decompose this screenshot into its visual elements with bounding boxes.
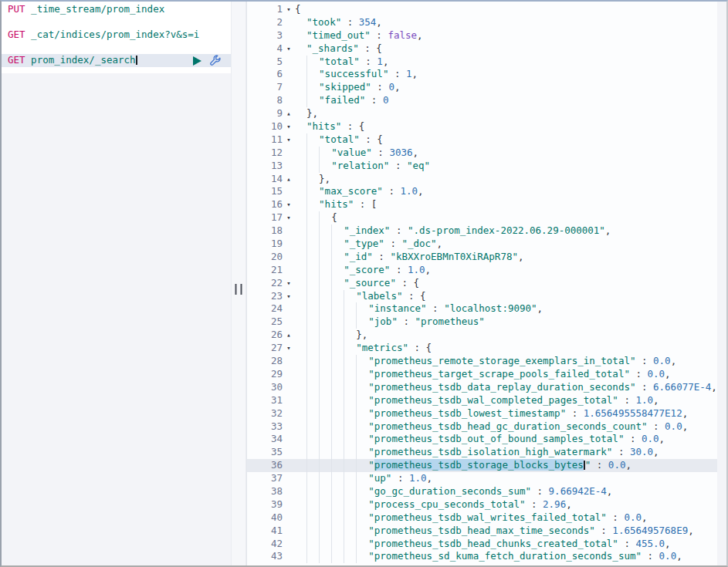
response-line[interactable]: 2"took" : 354, bbox=[247, 16, 726, 29]
code-content[interactable]: "prometheus_target_scrape_pools_failed_t… bbox=[295, 368, 726, 381]
response-line[interactable]: 41"prometheus_tsdb_head_max_time_seconds… bbox=[247, 525, 726, 538]
code-content[interactable]: "successful" : 1, bbox=[295, 68, 726, 81]
code-content[interactable]: "_source" : { bbox=[295, 277, 726, 290]
code-content[interactable]: "relation" : "eq" bbox=[295, 160, 726, 173]
fold-open-icon[interactable]: ▾ bbox=[283, 3, 295, 16]
code-content[interactable]: "hits" : { bbox=[295, 120, 726, 133]
code-content[interactable]: "instance" : "localhost:9090", bbox=[295, 302, 726, 316]
code-content[interactable]: "prometheus_tsdb_head_max_time_seconds" … bbox=[295, 525, 726, 538]
response-line[interactable]: 4▾"_shards" : { bbox=[247, 42, 726, 56]
response-line[interactable]: 21"_score" : 1.0, bbox=[247, 264, 726, 277]
response-lines[interactable]: 1▾{2"took" : 354,3"timed_out" : false,4▾… bbox=[247, 3, 726, 563]
response-line[interactable]: 39"process_cpu_seconds_total" : 2.96, bbox=[247, 498, 726, 511]
code-content[interactable]: "labels" : { bbox=[295, 290, 726, 303]
code-content[interactable]: "prometheus_tsdb_head_gc_duration_second… bbox=[295, 420, 726, 434]
code-content[interactable]: "timed_out" : false, bbox=[295, 29, 726, 42]
code-content[interactable]: "hits" : [ bbox=[295, 198, 726, 211]
code-content[interactable]: "_type" : "_doc", bbox=[295, 238, 726, 251]
request-row[interactable]: PUT _time_stream/prom_index bbox=[2, 3, 231, 16]
response-line[interactable]: 19"_type" : "_doc", bbox=[247, 238, 726, 251]
response-line[interactable]: 40"prometheus_tsdb_wal_writes_failed_tot… bbox=[247, 511, 726, 525]
code-content[interactable]: "skipped" : 0, bbox=[295, 81, 726, 94]
response-line[interactable]: 11▾"total" : { bbox=[247, 133, 726, 147]
code-content[interactable]: "prometheus_tsdb_wal_completed_pages_tot… bbox=[295, 394, 726, 407]
response-line[interactable]: 1▾{ bbox=[247, 3, 726, 16]
drag-handle-icon[interactable] bbox=[235, 284, 242, 295]
response-line[interactable]: 12"value" : 3036, bbox=[247, 147, 726, 160]
code-content[interactable]: "_score" : 1.0, bbox=[295, 264, 726, 277]
code-content[interactable]: "go_gc_duration_seconds_sum" : 9.66942E-… bbox=[295, 485, 726, 498]
code-content[interactable]: "failed" : 0 bbox=[295, 94, 726, 107]
code-content[interactable]: "prometheus_tsdb_out_of_bound_samples_to… bbox=[295, 433, 726, 446]
code-content[interactable]: "_shards" : { bbox=[295, 42, 726, 56]
response-line[interactable]: 38"go_gc_duration_seconds_sum" : 9.66942… bbox=[247, 485, 726, 498]
request-row[interactable]: GET _cat/indices/prom_index?v&s=i bbox=[2, 29, 231, 42]
wrench-icon[interactable] bbox=[209, 55, 222, 67]
response-line[interactable]: 28"prometheus_remote_storage_exemplars_i… bbox=[247, 355, 726, 368]
response-line[interactable]: 16▾"hits" : [ bbox=[247, 198, 726, 211]
response-line[interactable]: 29"prometheus_target_scrape_pools_failed… bbox=[247, 368, 726, 381]
response-pane[interactable]: 1▾{2"took" : 354,3"timed_out" : false,4▾… bbox=[246, 2, 726, 565]
code-content[interactable]: "prometheus_tsdb_lowest_timestamp" : 1.6… bbox=[295, 407, 726, 420]
request-editor-pane[interactable]: PUT _time_stream/prom_indexGET _cat/indi… bbox=[2, 2, 231, 565]
response-line[interactable]: 6"successful" : 1, bbox=[247, 68, 726, 81]
code-content[interactable]: "_index" : ".ds-prom_index-2022.06.29-00… bbox=[295, 224, 726, 238]
request-lines[interactable]: PUT _time_stream/prom_indexGET _cat/indi… bbox=[2, 2, 231, 73]
response-line[interactable]: 13"relation" : "eq" bbox=[247, 160, 726, 173]
response-line[interactable]: 23▾"labels" : { bbox=[247, 290, 726, 303]
response-line[interactable]: 34"prometheus_tsdb_out_of_bound_samples_… bbox=[247, 433, 726, 446]
fold-open-icon[interactable]: ▾ bbox=[283, 277, 295, 290]
code-content[interactable]: }, bbox=[295, 329, 726, 342]
code-content[interactable]: "value" : 3036, bbox=[295, 147, 726, 160]
fold-open-icon[interactable]: ▾ bbox=[283, 290, 295, 303]
response-line[interactable]: 32"prometheus_tsdb_lowest_timestamp" : 1… bbox=[247, 407, 726, 420]
code-content[interactable]: "job" : "prometheus" bbox=[295, 316, 726, 329]
response-line[interactable]: 3"timed_out" : false, bbox=[247, 29, 726, 42]
request-blank-row[interactable] bbox=[2, 16, 231, 29]
response-line[interactable]: 33"prometheus_tsdb_head_gc_duration_seco… bbox=[247, 420, 726, 434]
code-content[interactable]: "prometheus_remote_storage_exemplars_in_… bbox=[295, 355, 726, 368]
code-content[interactable]: "prometheus_tsdb_storage_blocks_bytes" :… bbox=[295, 459, 726, 472]
fold-close-icon[interactable]: ▴ bbox=[283, 329, 295, 342]
fold-open-icon[interactable]: ▾ bbox=[283, 133, 295, 147]
response-line[interactable]: 22▾"_source" : { bbox=[247, 277, 726, 290]
response-line[interactable]: 8"failed" : 0 bbox=[247, 94, 726, 107]
request-row[interactable]: GET prom_index/_search bbox=[2, 54, 231, 67]
response-line[interactable]: 37"up" : 1.0, bbox=[247, 472, 726, 485]
response-line[interactable]: 35"prometheus_tsdb_isolation_high_waterm… bbox=[247, 446, 726, 459]
response-line[interactable]: 17▾{ bbox=[247, 211, 726, 224]
fold-open-icon[interactable]: ▾ bbox=[283, 198, 295, 211]
request-blank-row[interactable] bbox=[2, 42, 231, 55]
code-content[interactable]: { bbox=[295, 3, 726, 16]
response-line[interactable]: 31"prometheus_tsdb_wal_completed_pages_t… bbox=[247, 394, 726, 407]
response-line[interactable]: 18"_index" : ".ds-prom_index-2022.06.29-… bbox=[247, 224, 726, 238]
response-line[interactable]: 26▴}, bbox=[247, 329, 726, 342]
code-content[interactable]: "prometheus_tsdb_wal_writes_failed_total… bbox=[295, 511, 726, 525]
response-line[interactable]: 43"prometheus_sd_kuma_fetch_duration_sec… bbox=[247, 550, 726, 563]
code-content[interactable]: "prometheus_sd_kuma_fetch_duration_secon… bbox=[295, 550, 726, 563]
panel-resizer[interactable] bbox=[231, 2, 246, 565]
code-content[interactable]: { bbox=[295, 211, 726, 224]
code-content[interactable]: "took" : 354, bbox=[295, 16, 726, 29]
code-content[interactable]: "max_score" : 1.0, bbox=[295, 185, 726, 198]
response-line[interactable]: 14▴}, bbox=[247, 173, 726, 186]
fold-close-icon[interactable]: ▴ bbox=[283, 173, 295, 186]
fold-open-icon[interactable]: ▾ bbox=[283, 342, 295, 355]
code-content[interactable]: }, bbox=[295, 107, 726, 120]
fold-open-icon[interactable]: ▾ bbox=[283, 120, 295, 133]
response-line[interactable]: 24"instance" : "localhost:9090", bbox=[247, 302, 726, 316]
code-content[interactable]: "_id" : "kBXXroEBMnT0XiRApR78", bbox=[295, 251, 726, 264]
code-content[interactable]: "process_cpu_seconds_total" : 2.96, bbox=[295, 498, 726, 511]
response-line[interactable]: 9▴}, bbox=[247, 107, 726, 120]
code-content[interactable]: "total" : 1, bbox=[295, 56, 726, 69]
response-line[interactable]: 30"prometheus_tsdb_data_replay_duration_… bbox=[247, 381, 726, 394]
response-line[interactable]: 7"skipped" : 0, bbox=[247, 81, 726, 94]
response-line[interactable]: 42"prometheus_tsdb_head_chunks_created_t… bbox=[247, 538, 726, 551]
code-content[interactable]: }, bbox=[295, 173, 726, 186]
code-content[interactable]: "prometheus_tsdb_data_replay_duration_se… bbox=[295, 381, 726, 394]
code-content[interactable]: "metrics" : { bbox=[295, 342, 726, 355]
response-line[interactable]: 5"total" : 1, bbox=[247, 56, 726, 69]
play-icon[interactable] bbox=[193, 56, 201, 66]
code-content[interactable]: "total" : { bbox=[295, 133, 726, 147]
code-content[interactable]: "prometheus_tsdb_head_chunks_created_tot… bbox=[295, 538, 726, 551]
